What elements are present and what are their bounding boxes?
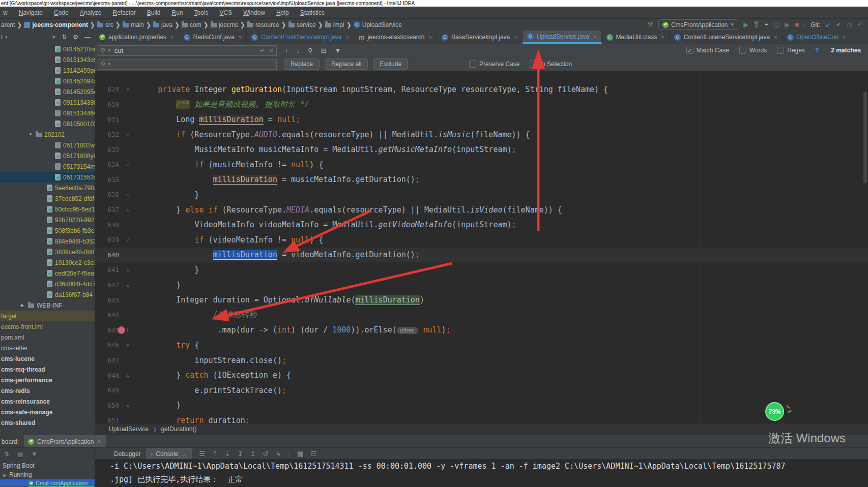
tree-item-WEB-INF[interactable]: ▶WEB-INF <box>0 300 95 311</box>
project-tab-fragment[interactable]: t <box>0 34 3 41</box>
fold-marker[interactable]: ▵ <box>124 207 131 212</box>
profiler-button[interactable]: ◓ <box>764 21 768 28</box>
menu-item-navigate[interactable]: Navigate <box>19 9 43 16</box>
history-icon[interactable]: ◷ <box>847 21 852 28</box>
search-history-caret-icon[interactable]: ▼ <box>107 48 111 53</box>
print-icon[interactable]: ▦ <box>297 450 303 458</box>
fold-marker[interactable]: ▿ <box>124 237 131 242</box>
tree-item-cedf20e7-f5ea[interactable]: cedf20e7-f5ea <box>0 268 95 279</box>
tree-item-cms-lucene[interactable]: cms-lucene <box>0 353 95 364</box>
tree-item-50cfcc95-6ed1[interactable]: 50cfcc95-6ed1 <box>0 204 95 215</box>
fold-marker[interactable]: ▵ <box>124 192 131 197</box>
tree-item-target[interactable]: target <box>0 311 95 321</box>
build-hammer-icon[interactable]: ⚒ <box>647 21 653 28</box>
menu-item-analyze[interactable]: Analyze <box>80 9 102 16</box>
close-icon[interactable]: × <box>170 34 173 40</box>
select-all-occurrences-icon[interactable]: ⊟ <box>321 47 327 54</box>
tree-item-cms-reinsurance[interactable]: cms-reinsurance <box>0 396 95 407</box>
replace-button[interactable]: Replace <box>284 58 320 70</box>
run-with-coverage-button[interactable]: ◲ <box>773 21 779 28</box>
menu-item-code[interactable]: Code <box>54 9 69 16</box>
breadcrumb-item-java[interactable]: java <box>153 21 172 28</box>
close-icon[interactable]: ✕ <box>97 438 101 445</box>
project-tree[interactable]: 08145210nr09151343o913142459pr081452094a… <box>0 44 95 435</box>
selected-run-node[interactable]: CmsFrontApplication <box>0 479 95 486</box>
tree-item-cms-performance[interactable]: cms-performance <box>0 375 95 385</box>
tree-item-884e94f8-b353[interactable]: 884e94f8-b353 <box>0 236 95 247</box>
menu-icon[interactable]: ☰ <box>199 450 205 458</box>
fold-marker[interactable]: ▵ <box>124 373 131 378</box>
fold-marker[interactable]: ▵ <box>124 267 131 272</box>
newline-icon[interactable]: ↵ <box>260 47 266 54</box>
debug-button[interactable]: ⚧ <box>754 21 759 28</box>
close-icon[interactable]: × <box>514 34 517 40</box>
tree-item-05171802wl[interactable]: 05171802wl <box>0 140 95 150</box>
menu-item-help[interactable]: Help <box>276 9 289 16</box>
editor-tab-MediaUtil.class[interactable]: CMediaUtil.class× <box>602 31 670 44</box>
breadcrumb-method[interactable]: getDuration() <box>161 425 196 433</box>
tree-expand-arrow[interactable]: ▶ <box>21 303 25 308</box>
replace-option-preserve-case[interactable]: Preserve Case <box>469 60 519 68</box>
clear-console-icon[interactable]: ↺ <box>263 450 269 458</box>
run-button[interactable]: ▶ <box>743 21 748 28</box>
clear-search-icon[interactable]: × <box>269 47 273 54</box>
scroll-to-end-icon[interactable]: ↧ <box>238 450 243 458</box>
fold-marker[interactable]: ▿ <box>124 162 131 167</box>
group-icon[interactable]: ▤ <box>17 450 23 458</box>
tree-item-202102[interactable]: ▼202102 <box>0 129 95 140</box>
sort-icon[interactable]: ⇅ <box>4 450 9 458</box>
run-configuration-select[interactable]: CmsFrontApplication ▼ <box>658 19 738 30</box>
tree-item-cms-letter[interactable]: cms-letter <box>0 343 95 353</box>
filter-search-results-icon[interactable]: ▼ <box>334 47 341 54</box>
scroll-to-top-icon[interactable]: ↥ <box>250 450 256 458</box>
locate-file-icon[interactable]: ⌖ <box>52 34 55 41</box>
fold-marker[interactable]: ▵ <box>124 283 131 288</box>
tree-item-05173154m[interactable]: 05173154m <box>0 161 95 172</box>
replace-option-in-selection[interactable]: In Selection <box>530 60 572 68</box>
scroll-up-icon[interactable]: ⇡ <box>212 450 218 458</box>
tree-item-cms-mq-thread[interactable]: cms-mq-thread <box>0 364 95 375</box>
tree-item-081452095e[interactable]: 081452095e <box>0 86 95 97</box>
tree-item-3839ca48-0b07[interactable]: 3839ca48-0b07 <box>0 247 95 257</box>
fold-marker[interactable]: ▿ <box>124 132 131 137</box>
breadcrumb-item-jeecms-component[interactable]: jeecms-component <box>24 21 88 28</box>
editor-scrollbar[interactable] <box>863 92 867 183</box>
code-editor[interactable]: 629▿ private Integer getDuration(InputSt… <box>95 71 868 423</box>
replace-input[interactable]: ⚲ ▼ <box>98 59 277 70</box>
close-icon[interactable]: × <box>345 34 349 40</box>
menu-item-statistics[interactable]: Statistics <box>300 9 325 16</box>
tree-item-cms-redis[interactable]: cms-redis <box>0 385 95 396</box>
tree-item-cms-safe-manage[interactable]: cms-safe-manage <box>0 407 95 417</box>
checkbox[interactable] <box>469 60 476 68</box>
tree-item-37edcb52-dfdf[interactable]: 37edcb52-dfdf <box>0 193 95 204</box>
breadcrumb-item-main[interactable]: main <box>123 21 144 28</box>
editor-tab-ContentFrontServiceImpl.java[interactable]: CContentFrontServiceImpl.java× <box>247 31 354 44</box>
close-icon[interactable]: × <box>661 34 664 40</box>
breadcrumb-class[interactable]: UploadService <box>109 425 149 433</box>
spring-boot-group-label[interactable]: Spring Boot <box>3 462 35 469</box>
git-commit-icon[interactable]: ✔ <box>836 21 842 28</box>
tree-item-081452094a[interactable]: 081452094a <box>0 76 95 86</box>
gutter-pink-marker-icon[interactable] <box>118 326 125 334</box>
rollback-icon[interactable]: ↶ <box>857 21 863 28</box>
replace-history-caret-icon[interactable]: ▼ <box>107 62 111 67</box>
breadcrumb-item-UploadService[interactable]: CUploadService <box>354 21 402 28</box>
git-update-icon[interactable]: ↙ <box>825 21 831 28</box>
regex-help-icon[interactable]: ? <box>815 47 819 54</box>
rerun-button[interactable]: ▶ <box>785 21 790 28</box>
breadcrumb-item-impl[interactable]: impl <box>325 21 344 28</box>
tree-item-09151343o9[interactable]: 09151343o9 <box>0 54 95 65</box>
tree-item-091513438f[interactable]: 091513438f <box>0 97 95 108</box>
tree-item-0810500103[interactable]: 0810500103 <box>0 118 95 129</box>
tree-item-5ee6ec0a-790a[interactable]: 5ee6ec0a-790a <box>0 182 95 193</box>
editor-tab-OpenOfficeCon[interactable]: COpenOfficeCon× <box>783 31 851 44</box>
fold-marker[interactable]: ▿ <box>124 87 131 92</box>
editor-tab-jeecms-elasticsearch[interactable]: mjeecms-elasticsearch× <box>354 31 437 44</box>
tree-item-051731553x[interactable]: 051731553x <box>0 172 95 182</box>
breadcrumb-item-service[interactable]: service <box>288 21 316 28</box>
editor-tab-UploadService.java[interactable]: CUploadService.java× <box>523 31 602 44</box>
fold-marker[interactable]: ▵ <box>124 403 131 408</box>
hide-panel-icon[interactable]: — <box>84 34 91 41</box>
console-output[interactable]: -i C:\Users\ADMINI~1\AppData\Local\Temp\… <box>95 459 868 487</box>
running-status-label[interactable]: Running <box>9 471 32 478</box>
